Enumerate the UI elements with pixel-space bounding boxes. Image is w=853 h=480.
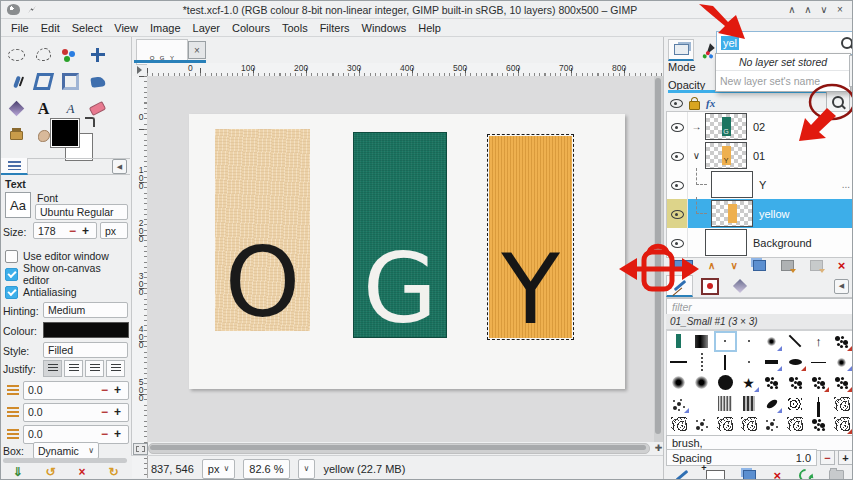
brush-cell[interactable] bbox=[760, 331, 783, 352]
brush-cell[interactable] bbox=[760, 393, 783, 414]
warp-transform-tool-icon[interactable] bbox=[84, 68, 111, 95]
tab-tool-options[interactable] bbox=[1, 158, 28, 175]
brush-cell[interactable] bbox=[714, 352, 737, 373]
layer-thumbnail[interactable]: G bbox=[705, 113, 747, 140]
brush-cell[interactable] bbox=[830, 373, 853, 394]
zoom-select[interactable]: ∨ bbox=[298, 459, 316, 479]
lower-layer-button[interactable]: ∨ bbox=[730, 260, 737, 271]
brush-cell[interactable]: ↑ bbox=[807, 331, 830, 352]
add-layer-set-button[interactable]: + bbox=[849, 55, 853, 87]
duplicate-layer-button[interactable] bbox=[753, 260, 766, 271]
brush-cell[interactable] bbox=[783, 373, 806, 394]
refresh-brushes-icon[interactable] bbox=[796, 466, 814, 480]
vertical-scrollbar-thumb[interactable] bbox=[655, 78, 661, 434]
edit-brush-icon[interactable] bbox=[675, 469, 688, 480]
menu-help[interactable]: Help bbox=[412, 21, 447, 35]
line-spacing-spinner[interactable]: 0.0 −+ bbox=[7, 401, 129, 423]
menu-select[interactable]: Select bbox=[66, 21, 109, 35]
justify-right-button[interactable] bbox=[64, 360, 83, 377]
new-brush-icon[interactable] bbox=[706, 470, 725, 480]
brush-cell[interactable] bbox=[783, 414, 806, 435]
layer-thumbnail[interactable] bbox=[705, 229, 747, 256]
size-spinner[interactable]: 178 −+ bbox=[33, 222, 97, 239]
delete-brush-icon[interactable]: × bbox=[773, 468, 781, 480]
size-decrement[interactable]: − bbox=[66, 224, 79, 238]
close-button[interactable]: × bbox=[832, 4, 848, 15]
hinting-select[interactable]: Medium bbox=[43, 302, 128, 318]
brush-cell[interactable] bbox=[830, 352, 853, 373]
save-tool-preset-icon[interactable]: ⇓ bbox=[12, 465, 22, 479]
brush-cell[interactable] bbox=[783, 331, 806, 352]
brush-cell[interactable] bbox=[667, 393, 690, 414]
layer-name[interactable]: Y bbox=[759, 179, 842, 191]
brush-cell[interactable] bbox=[690, 414, 713, 435]
brush-cell[interactable] bbox=[714, 373, 737, 394]
brush-cell[interactable] bbox=[667, 352, 690, 373]
tab-patterns[interactable] bbox=[696, 276, 723, 297]
horizontal-scrollbar[interactable] bbox=[148, 443, 650, 454]
layer-visibility-cell[interactable] bbox=[667, 199, 688, 228]
clone-tool-icon[interactable] bbox=[3, 122, 30, 149]
layer-visibility-cell[interactable] bbox=[667, 112, 688, 141]
text-colour-swatch[interactable] bbox=[43, 322, 129, 338]
duplicate-brush-icon[interactable] bbox=[743, 470, 756, 480]
layer-visibility-cell[interactable] bbox=[667, 141, 688, 170]
brush-cell[interactable] bbox=[737, 352, 760, 373]
brush-cell[interactable] bbox=[690, 373, 713, 394]
new-layer-set-input[interactable]: New layer set's name bbox=[716, 71, 850, 90]
letter-card[interactable]: O bbox=[215, 129, 310, 331]
spacing-slider[interactable]: Spacing 1.0 bbox=[666, 449, 817, 466]
tab-gradients[interactable] bbox=[726, 276, 753, 297]
size-unit-select[interactable]: px bbox=[100, 222, 128, 239]
brush-cell[interactable] bbox=[690, 393, 713, 414]
merge-layer-button[interactable] bbox=[781, 260, 794, 271]
checkbox-icon[interactable] bbox=[5, 250, 18, 263]
spacing-increment[interactable]: + bbox=[838, 450, 853, 465]
unified-transform-tool-icon[interactable] bbox=[30, 68, 57, 95]
minimize-button[interactable]: ∨ bbox=[816, 4, 832, 15]
open-brush-folder-icon[interactable] bbox=[829, 470, 844, 480]
tool-options-scrollbar[interactable] bbox=[3, 458, 127, 463]
brush-cell[interactable] bbox=[737, 331, 760, 352]
zoom-value[interactable]: 82.6 % bbox=[243, 459, 289, 479]
layer-thumbnail[interactable] bbox=[711, 171, 753, 198]
free-select-tool-icon[interactable] bbox=[30, 41, 57, 68]
menu-windows[interactable]: Windows bbox=[356, 21, 413, 35]
brush-cell[interactable] bbox=[690, 352, 713, 373]
increment[interactable]: + bbox=[111, 405, 124, 419]
brush-cell[interactable] bbox=[667, 331, 690, 352]
raise-layer-button[interactable]: ∧ bbox=[708, 260, 715, 271]
delete-layer-button[interactable]: × bbox=[838, 258, 846, 273]
quick-mask-toggle[interactable] bbox=[133, 443, 148, 455]
anchor-layer-button[interactable] bbox=[810, 260, 823, 271]
vertical-scrollbar[interactable] bbox=[654, 76, 663, 442]
spacing-decrement[interactable]: − bbox=[820, 450, 835, 465]
menu-file[interactable]: File bbox=[5, 21, 35, 35]
layer-row[interactable]: Background bbox=[667, 228, 853, 257]
decrement[interactable]: − bbox=[98, 427, 111, 441]
decrement[interactable]: − bbox=[98, 383, 111, 397]
menu-colours[interactable]: Colours bbox=[226, 21, 276, 35]
tab-close-icon[interactable]: × bbox=[188, 41, 206, 59]
image-surface[interactable]: O G Y bbox=[189, 114, 625, 389]
tab-layers[interactable] bbox=[668, 39, 694, 61]
group-expander-icon[interactable]: → bbox=[688, 121, 705, 132]
canvas-viewport[interactable]: O G Y bbox=[147, 76, 654, 442]
horizontal-scrollbar-thumb[interactable] bbox=[150, 445, 646, 450]
layer-thumbnail[interactable] bbox=[711, 200, 753, 227]
brush-cell[interactable] bbox=[783, 352, 806, 373]
style-select[interactable]: Filled bbox=[43, 342, 128, 358]
maximize-button[interactable]: ∧ bbox=[800, 4, 816, 15]
brush-cell[interactable] bbox=[737, 393, 760, 414]
brush-cell[interactable] bbox=[807, 352, 830, 373]
checkbox-icon[interactable] bbox=[5, 268, 18, 281]
layer-row[interactable]: yellow bbox=[667, 199, 853, 228]
menu-image[interactable]: Image bbox=[144, 21, 187, 35]
letter-card[interactable]: G bbox=[354, 133, 446, 337]
brush-tab-menu-icon[interactable]: ◀ bbox=[834, 279, 849, 294]
menu-edit[interactable]: Edit bbox=[35, 21, 66, 35]
brush-cell[interactable] bbox=[737, 414, 760, 435]
foreground-color-swatch[interactable] bbox=[51, 119, 79, 147]
brush-cell[interactable] bbox=[783, 393, 806, 414]
brush-cell[interactable] bbox=[667, 414, 690, 435]
